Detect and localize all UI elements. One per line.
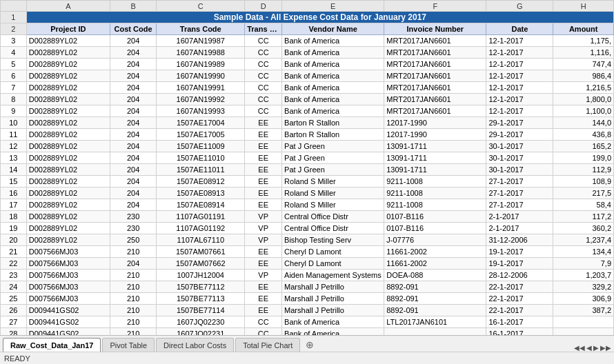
- data-cell[interactable]: Central Office Distr: [282, 223, 384, 234]
- data-cell[interactable]: MRT2017JAN6601: [384, 82, 486, 94]
- data-cell[interactable]: 16-1-2017: [486, 316, 553, 328]
- data-cell[interactable]: 112,9: [553, 164, 614, 176]
- data-cell[interactable]: 1607AN19987: [157, 35, 245, 47]
- data-cell[interactable]: Aiden Management Systems: [282, 270, 384, 281]
- data-cell[interactable]: D002889YL02: [26, 141, 110, 152]
- data-cell[interactable]: 12-1-2017: [486, 105, 553, 117]
- data-cell[interactable]: 30-1-2017: [486, 141, 553, 152]
- data-cell[interactable]: [384, 328, 486, 336]
- data-cell[interactable]: 9211-1008: [384, 188, 486, 199]
- data-cell[interactable]: EE: [245, 281, 282, 293]
- data-cell[interactable]: 11661-2002: [384, 246, 486, 258]
- tab-total-pie-chart[interactable]: Total Pie Chart: [235, 338, 300, 352]
- data-cell[interactable]: Bank of America: [282, 70, 384, 82]
- add-tab-button[interactable]: ⊕: [301, 338, 318, 352]
- data-cell[interactable]: Central Office Distr: [282, 211, 384, 223]
- data-cell[interactable]: Bank of America: [282, 94, 384, 105]
- data-cell[interactable]: 204: [110, 117, 156, 129]
- col-D[interactable]: D: [245, 1, 282, 12]
- data-cell[interactable]: Pat J Green: [282, 164, 384, 176]
- data-cell[interactable]: 13091-1711: [384, 141, 486, 152]
- data-cell[interactable]: Roland S Miller: [282, 176, 384, 188]
- data-cell[interactable]: [553, 328, 614, 336]
- table-row[interactable]: 18D002889YL022301107AG01191VPCentral Off…: [1, 211, 614, 223]
- data-cell[interactable]: 204: [110, 129, 156, 141]
- data-cell[interactable]: D007566MJ03: [26, 246, 110, 258]
- data-cell[interactable]: 1507AE08913: [157, 188, 245, 199]
- data-cell[interactable]: 204: [110, 105, 156, 117]
- col-E[interactable]: E: [282, 1, 384, 12]
- data-cell[interactable]: 1507BE77113: [157, 293, 245, 305]
- data-cell[interactable]: 204: [110, 141, 156, 152]
- data-cell[interactable]: MRT2017JAN6601: [384, 35, 486, 47]
- table-container[interactable]: A B C D E F G H 1 Sample Data - All Expe…: [0, 0, 614, 335]
- data-cell[interactable]: 1507AE17004: [157, 117, 245, 129]
- data-cell[interactable]: Barton R Stallon: [282, 117, 384, 129]
- data-cell[interactable]: Bank of America: [282, 35, 384, 47]
- data-cell[interactable]: 747,4: [553, 59, 614, 70]
- data-cell[interactable]: D002889YL02: [26, 129, 110, 141]
- data-cell[interactable]: 1607AN19989: [157, 59, 245, 70]
- data-cell[interactable]: D002889YL02: [26, 82, 110, 94]
- data-cell[interactable]: MRT2017JAN6601: [384, 47, 486, 59]
- data-cell[interactable]: D009441GS02: [26, 328, 110, 336]
- data-cell[interactable]: 1,100,0: [553, 105, 614, 117]
- data-cell[interactable]: 1007JH12004: [157, 270, 245, 281]
- sheet-nav-next[interactable]: ▶: [593, 344, 599, 352]
- data-cell[interactable]: 1607AN19993: [157, 105, 245, 117]
- data-cell[interactable]: 210: [110, 270, 156, 281]
- data-cell[interactable]: 0107-B116: [384, 223, 486, 234]
- data-cell[interactable]: 1107AG01192: [157, 223, 245, 234]
- data-cell[interactable]: D002889YL02: [26, 105, 110, 117]
- data-cell[interactable]: 58,4: [553, 199, 614, 211]
- header-invoice-number[interactable]: Invoice Number: [384, 23, 486, 35]
- data-cell[interactable]: EE: [245, 199, 282, 211]
- data-cell[interactable]: 204: [110, 35, 156, 47]
- data-cell[interactable]: 1507BE77112: [157, 281, 245, 293]
- data-cell[interactable]: EE: [245, 305, 282, 316]
- data-cell[interactable]: EE: [245, 293, 282, 305]
- data-cell[interactable]: 1607AN19991: [157, 82, 245, 94]
- data-cell[interactable]: MRT2017JAN6601: [384, 59, 486, 70]
- data-cell[interactable]: 1,800,0: [553, 94, 614, 105]
- data-cell[interactable]: 210: [110, 281, 156, 293]
- data-cell[interactable]: VP: [245, 270, 282, 281]
- data-cell[interactable]: D007566MJ03: [26, 258, 110, 270]
- data-cell[interactable]: Cheryl D Lamont: [282, 246, 384, 258]
- data-cell[interactable]: 1,116,: [553, 47, 614, 59]
- data-cell[interactable]: DOEA-088: [384, 270, 486, 281]
- data-cell[interactable]: 387,2: [553, 305, 614, 316]
- data-cell[interactable]: D007566MJ03: [26, 293, 110, 305]
- data-cell[interactable]: VP: [245, 211, 282, 223]
- table-row[interactable]: 27D009441GS022101607JQ02230CCBank of Ame…: [1, 316, 614, 328]
- data-cell[interactable]: 12017-1990: [384, 117, 486, 129]
- data-cell[interactable]: 204: [110, 47, 156, 59]
- data-cell[interactable]: 204: [110, 176, 156, 188]
- header-trans-code[interactable]: Trans Code: [157, 23, 245, 35]
- data-cell[interactable]: Cheryl D Lamont: [282, 258, 384, 270]
- col-G[interactable]: G: [486, 1, 553, 12]
- data-cell[interactable]: 329,2: [553, 281, 614, 293]
- table-row[interactable]: 17D002889YL022041507AE08914EERoland S Mi…: [1, 199, 614, 211]
- data-cell[interactable]: D002889YL02: [26, 35, 110, 47]
- data-cell[interactable]: J-07776: [384, 234, 486, 246]
- data-cell[interactable]: 210: [110, 316, 156, 328]
- data-cell[interactable]: 12-1-2017: [486, 82, 553, 94]
- data-cell[interactable]: 22-1-2017: [486, 293, 553, 305]
- data-cell[interactable]: 210: [110, 293, 156, 305]
- sheet-nav-left[interactable]: ◀◀: [574, 344, 585, 352]
- data-cell[interactable]: 12-1-2017: [486, 35, 553, 47]
- data-cell[interactable]: 0107-B116: [384, 211, 486, 223]
- data-cell[interactable]: 22-1-2017: [486, 281, 553, 293]
- data-cell[interactable]: 204: [110, 258, 156, 270]
- data-cell[interactable]: D002889YL02: [26, 94, 110, 105]
- data-cell[interactable]: 436,8: [553, 129, 614, 141]
- data-cell[interactable]: 12-1-2017: [486, 94, 553, 105]
- data-cell[interactable]: 29-1-2017: [486, 129, 553, 141]
- data-cell[interactable]: 1,237,4: [553, 234, 614, 246]
- data-cell[interactable]: EE: [245, 176, 282, 188]
- data-cell[interactable]: 204: [110, 199, 156, 211]
- data-cell[interactable]: 31-12-2006: [486, 234, 553, 246]
- data-cell[interactable]: 204: [110, 59, 156, 70]
- table-row[interactable]: 11D002889YL022041507AE17005EEBarton R St…: [1, 129, 614, 141]
